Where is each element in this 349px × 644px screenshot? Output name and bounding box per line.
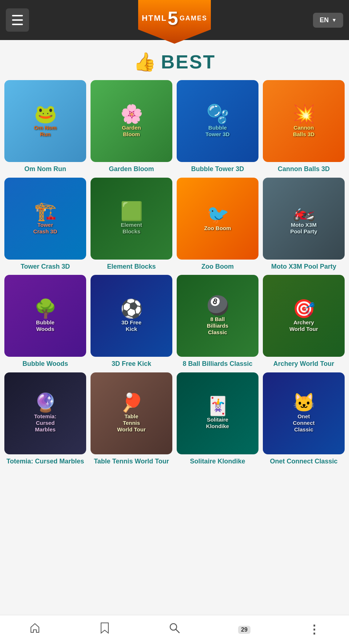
game-title-cannon-balls: Cannon Balls 3D <box>278 165 330 173</box>
language-label: EN <box>320 16 329 24</box>
game-thumb-moto-x3m: 🏍️ Moto X3MPool Party <box>263 178 345 260</box>
game-card-totemia[interactable]: 🔮 Totemia:CursedMarbles Totemia: Cursed … <box>4 372 86 466</box>
game-card-archery-world-tour[interactable]: 🎯 ArcheryWorld Tour Archery World Tour <box>263 275 345 368</box>
game-thumb-bubble-tower: 🫧 BubbleTower 3D <box>177 80 258 162</box>
game-thumb-8-ball-billiards: 🎱 8 BallBilliardsClassic <box>177 275 258 357</box>
chevron-down-icon: ▼ <box>332 17 337 23</box>
game-card-element-blocks[interactable]: 🟩 ElementBlocks Element Blocks <box>91 178 172 271</box>
game-thumb-tower-crash: 🏗️ TowerCrash 3D <box>4 178 86 260</box>
game-thumb-om-nom-run: 🐸 Om NomRun <box>4 80 86 162</box>
header: HTML 5 GAMES EN ▼ <box>0 0 349 40</box>
game-card-cannon-balls[interactable]: 💥 CannonBalls 3D Cannon Balls 3D <box>263 80 345 173</box>
logo-html: HTML <box>142 13 167 23</box>
language-button[interactable]: EN ▼ <box>313 13 343 28</box>
thumbs-up-icon: 👍 <box>133 51 156 72</box>
game-card-solitaire-klondike[interactable]: 🃏 SolitaireKlondike Solitaire Klondike <box>177 372 258 466</box>
bookmark-icon <box>100 622 110 636</box>
game-thumb-totemia: 🔮 Totemia:CursedMarbles <box>4 372 86 454</box>
game-card-bubble-woods[interactable]: 🌳 BubbleWoods Bubble Woods <box>4 275 86 368</box>
game-title-totemia: Totemia: Cursed Marbles <box>7 457 84 466</box>
notification-badge: 29 <box>238 626 250 634</box>
game-title-archery-world-tour: Archery World Tour <box>273 360 334 368</box>
game-thumb-table-tennis: 🏓 TableTennisWorld Tour <box>91 372 172 454</box>
game-title-3d-freekick: 3D Free Kick <box>112 360 151 368</box>
game-card-om-nom-run[interactable]: 🐸 Om NomRun Om Nom Run <box>4 80 86 173</box>
section-header: 👍 BEST <box>0 40 349 80</box>
game-thumb-archery-world-tour: 🎯 ArcheryWorld Tour <box>263 275 345 357</box>
game-title-moto-x3m: Moto X3M Pool Party <box>271 262 336 271</box>
game-title-element-blocks: Element Blocks <box>107 262 156 271</box>
game-card-moto-x3m[interactable]: 🏍️ Moto X3MPool Party Moto X3M Pool Part… <box>263 178 345 271</box>
section-title: BEST <box>161 51 216 73</box>
game-thumb-cannon-balls: 💥 CannonBalls 3D <box>263 80 345 162</box>
game-card-8-ball-billiards[interactable]: 🎱 8 BallBilliardsClassic 8 Ball Billiard… <box>177 275 258 368</box>
game-card-table-tennis[interactable]: 🏓 TableTennisWorld Tour Table Tennis Wor… <box>91 372 172 466</box>
logo-text: HTML 5 GAMES <box>142 9 207 28</box>
game-thumb-zoo-boom: 🐦 Zoo Boom <box>177 178 258 260</box>
game-title-om-nom-run: Om Nom Run <box>24 165 66 173</box>
menu-line <box>12 24 23 25</box>
logo-games: GAMES <box>180 15 207 22</box>
game-card-garden-bloom[interactable]: 🌸 GardenBloom Garden Bloom <box>91 80 172 173</box>
game-thumb-3d-freekick: ⚽ 3D FreeKick <box>91 275 172 357</box>
game-title-table-tennis: Table Tennis World Tour <box>94 457 169 466</box>
game-title-bubble-woods: Bubble Woods <box>23 360 68 368</box>
game-title-tower-crash: Tower Crash 3D <box>21 262 70 271</box>
game-thumb-onet-connect: 🐱 OnetConnectClassic <box>263 372 345 454</box>
nav-search[interactable] <box>140 615 209 644</box>
game-title-garden-bloom: Garden Bloom <box>109 165 154 173</box>
game-thumb-bubble-woods: 🌳 BubbleWoods <box>4 275 86 357</box>
game-card-tower-crash[interactable]: 🏗️ TowerCrash 3D Tower Crash 3D <box>4 178 86 271</box>
search-icon <box>169 622 180 636</box>
menu-line <box>12 15 23 16</box>
game-title-zoo-boom: Zoo Boom <box>201 262 234 271</box>
home-icon <box>29 622 41 636</box>
nav-bookmark[interactable] <box>70 615 140 644</box>
menu-button[interactable] <box>6 8 29 32</box>
logo-5: 5 <box>168 9 179 28</box>
game-card-bubble-tower[interactable]: 🫧 BubbleTower 3D Bubble Tower 3D <box>177 80 258 173</box>
nav-more[interactable]: ⋮ <box>279 615 349 644</box>
nav-notifications[interactable]: 29 <box>209 615 279 644</box>
game-thumb-element-blocks: 🟩 ElementBlocks <box>91 178 172 260</box>
nav-home[interactable] <box>0 615 70 644</box>
game-title-solitaire-klondike: Solitaire Klondike <box>190 457 245 466</box>
menu-line <box>12 19 23 21</box>
game-thumb-garden-bloom: 🌸 GardenBloom <box>91 80 172 162</box>
game-title-8-ball-billiards: 8 Ball Billiards Classic <box>182 360 252 368</box>
svg-line-1 <box>176 629 179 633</box>
logo-shield: HTML 5 GAMES <box>138 0 211 44</box>
game-card-zoo-boom[interactable]: 🐦 Zoo Boom Zoo Boom <box>177 178 258 271</box>
bottom-nav: 29 ⋮ <box>0 615 349 644</box>
logo: HTML 5 GAMES <box>138 0 211 44</box>
more-icon: ⋮ <box>308 623 320 636</box>
game-title-onet-connect: Onet Connect Classic <box>270 457 337 466</box>
game-card-3d-freekick[interactable]: ⚽ 3D FreeKick 3D Free Kick <box>91 275 172 368</box>
games-grid: 🐸 Om NomRun Om Nom Run 🌸 GardenBloom Gar… <box>0 80 349 473</box>
game-title-bubble-tower: Bubble Tower 3D <box>191 165 244 173</box>
game-card-onet-connect[interactable]: 🐱 OnetConnectClassic Onet Connect Classi… <box>263 372 345 466</box>
game-thumb-solitaire-klondike: 🃏 SolitaireKlondike <box>177 372 258 454</box>
